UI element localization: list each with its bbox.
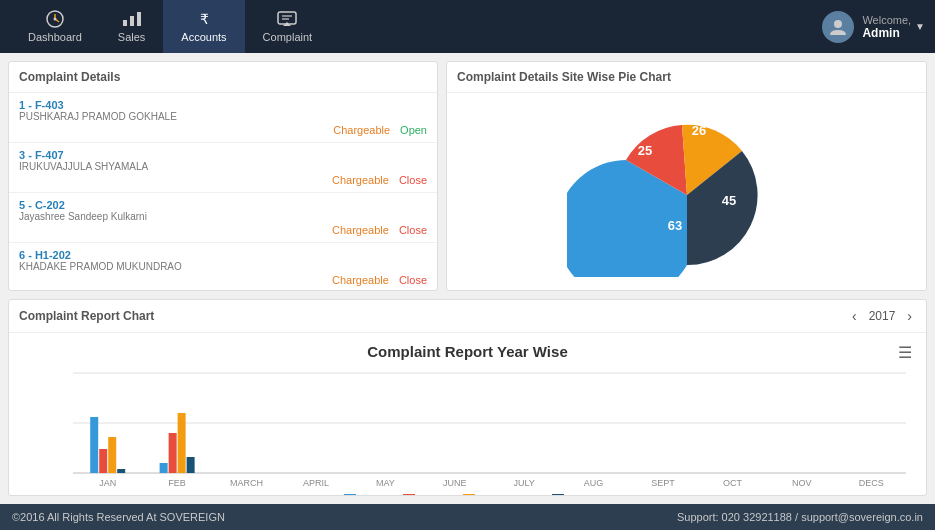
complaint-type: Chargeable [332,224,389,236]
bar [117,469,125,473]
svg-point-9 [834,20,842,28]
dropdown-arrow-icon[interactable]: ▼ [915,21,925,32]
svg-rect-3 [130,16,134,26]
list-item: 6 - H1-202 KHADAKE PRAMOD MUKUNDRAO Char… [9,243,437,291]
bar [108,437,116,473]
chart-legend: OpenCloseChargeableFree [29,494,906,495]
legend-item: Close [403,494,447,495]
bar [99,449,107,473]
chart-menu-icon[interactable]: ☰ [898,343,912,362]
legend-label: Open [360,494,387,495]
bar [160,463,168,473]
svg-text:MAY: MAY [376,478,395,488]
year-nav: ‹ 2017 › [848,308,916,324]
bar-panel-header: Complaint Report Chart ‹ 2017 › [9,300,926,333]
bar-chart-container: Complaint Report Year Wise ☰ 02550Number… [9,333,926,495]
legend-color [344,494,356,495]
complaint-id[interactable]: 6 - H1-202 [19,249,427,261]
svg-text:45: 45 [721,193,735,208]
svg-rect-2 [123,20,127,26]
footer-copyright: ©2016 All Rights Reserved At SOVEREIGN [12,511,225,523]
svg-text:₹: ₹ [199,11,208,27]
legend-label: Close [419,494,447,495]
complaint-details-title: Complaint Details [9,62,437,93]
chart-svg: 02550Number of ComplaintJANFEBMARCHAPRIL… [73,368,906,488]
legend-item: Chargeable [463,494,536,495]
svg-text:JULY: JULY [514,478,535,488]
pie-chart-content: 63 25 26 45 [447,93,926,291]
complaint-status: Close [399,224,427,236]
svg-point-1 [53,18,56,21]
svg-text:25: 25 [637,143,651,158]
next-year-button[interactable]: › [903,308,916,324]
prev-year-button[interactable]: ‹ [848,308,861,324]
user-text: Welcome, Admin [862,14,911,40]
avatar [822,11,854,43]
nav-item-complaint[interactable]: Complaint [245,0,331,53]
complaint-list: 1 - F-403 PUSHKARAJ PRAMOD GOKHALE Charg… [9,93,437,291]
svg-text:MARCH: MARCH [230,478,263,488]
legend-color [403,494,415,495]
pie-chart-panel: Complaint Details Site Wise Pie Chart 63… [446,61,927,291]
complaint-status: Close [399,274,427,286]
complaint-name: IRUKUVAJJULA SHYAMALA [19,161,427,172]
bar [90,417,98,473]
svg-text:26: 26 [691,123,705,138]
pie-chart-svg: 63 25 26 45 [567,107,807,277]
svg-text:SEPT: SEPT [651,478,675,488]
complaint-id[interactable]: 1 - F-403 [19,99,427,111]
legend-item: Free [552,494,591,495]
svg-text:63: 63 [667,218,681,233]
complaint-name: Jayashree Sandeep Kulkarni [19,211,427,222]
bar-chart-panel: Complaint Report Chart ‹ 2017 › Complain… [8,299,927,496]
main-content: Complaint Details 1 - F-403 PUSHKARAJ PR… [0,53,935,504]
legend-color [552,494,564,495]
bar-chart-svg: 02550Number of ComplaintJANFEBMARCHAPRIL… [73,368,906,488]
pie-chart-title: Complaint Details Site Wise Pie Chart [447,62,926,93]
nav-item-sales[interactable]: Sales [100,0,164,53]
legend-label: Chargeable [479,494,536,495]
svg-text:NOV: NOV [792,478,812,488]
navbar: Dashboard Sales ₹ Accounts Complaint [0,0,935,53]
complaint-type: Chargeable [333,124,390,136]
legend-label: Free [568,494,591,495]
complaint-status: Open [400,124,427,136]
chart-main-title: Complaint Report Year Wise [29,343,906,360]
footer-support: Support: 020 32921188 / support@sovereig… [677,511,923,523]
svg-text:JUNE: JUNE [443,478,467,488]
year-label: 2017 [869,309,896,323]
complaint-type: Chargeable [332,274,389,286]
footer: ©2016 All Rights Reserved At SOVEREIGN S… [0,504,935,530]
complaint-status: Close [399,174,427,186]
complaint-name: PUSHKARAJ PRAMOD GOKHALE [19,111,427,122]
svg-text:DECS: DECS [859,478,884,488]
svg-text:OCT: OCT [723,478,743,488]
complaint-details-panel: Complaint Details 1 - F-403 PUSHKARAJ PR… [8,61,438,291]
user-info: Welcome, Admin ▼ [822,11,925,43]
bar [169,433,177,473]
list-item: 5 - C-202 Jayashree Sandeep Kulkarni Cha… [9,193,437,243]
svg-rect-4 [137,12,141,26]
bar-chart-title: Complaint Report Chart [19,309,848,323]
top-row: Complaint Details 1 - F-403 PUSHKARAJ PR… [8,61,927,291]
complaint-type: Chargeable [332,174,389,186]
list-item: 1 - F-403 PUSHKARAJ PRAMOD GOKHALE Charg… [9,93,437,143]
svg-text:APRIL: APRIL [303,478,329,488]
svg-text:JAN: JAN [99,478,116,488]
legend-color [463,494,475,495]
bar [187,457,195,473]
legend-item: Open [344,494,387,495]
bar-panel: Complaint Report Chart ‹ 2017 › Complain… [9,300,926,495]
complaint-id[interactable]: 5 - C-202 [19,199,427,211]
svg-text:AUG: AUG [584,478,604,488]
complaint-name: KHADAKE PRAMOD MUKUNDRAO [19,261,427,272]
list-item: 3 - F-407 IRUKUVAJJULA SHYAMALA Chargeab… [9,143,437,193]
svg-text:FEB: FEB [168,478,186,488]
complaint-id[interactable]: 3 - F-407 [19,149,427,161]
nav-item-dashboard[interactable]: Dashboard [10,0,100,53]
nav-item-accounts[interactable]: ₹ Accounts [163,0,244,53]
bar [178,413,186,473]
